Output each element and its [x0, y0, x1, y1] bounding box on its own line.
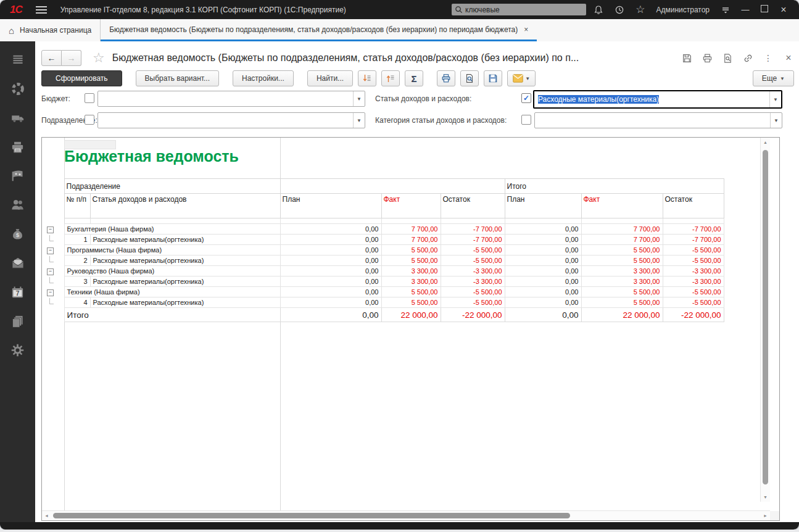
value-cell[interactable]: -5 500,00	[441, 256, 505, 266]
value-cell[interactable]: -5 500,00	[663, 256, 724, 266]
value-cell[interactable]: 7 700,00	[581, 235, 663, 245]
category-filter-combo[interactable]: ▼	[534, 112, 782, 128]
find-button[interactable]: Найти...	[307, 70, 353, 86]
section-lifebuoy-icon[interactable]	[6, 77, 30, 101]
value-cell[interactable]: 0,00	[505, 297, 581, 308]
close-window-button[interactable]: ×	[779, 4, 788, 15]
value-cell[interactable]: -7 700,00	[663, 235, 724, 245]
maximize-button[interactable]	[760, 5, 769, 14]
tree-cell[interactable]: −	[44, 245, 64, 256]
forward-button[interactable]: →	[62, 50, 81, 66]
group-name-cell[interactable]: Программисты (Наша фирма)	[64, 245, 280, 256]
value-cell[interactable]: -5 500,00	[663, 287, 724, 297]
value-cell[interactable]: -7 700,00	[441, 235, 505, 245]
history-icon[interactable]	[614, 4, 624, 15]
value-cell[interactable]: 0,00	[505, 276, 581, 287]
value-cell[interactable]: 7 700,00	[381, 235, 441, 245]
value-cell[interactable]: -7 700,00	[441, 224, 505, 235]
department-filter-combo[interactable]: ▼	[97, 112, 365, 128]
minimize-button[interactable]: —	[741, 5, 750, 14]
value-cell[interactable]: -5 500,00	[441, 287, 505, 297]
print-color-button[interactable]	[437, 70, 455, 86]
notifications-bell-icon[interactable]	[593, 4, 603, 15]
preview-color-button[interactable]	[460, 70, 479, 86]
item-filter-combo[interactable]: Расходные материалы(оргтехника) ▼	[533, 90, 782, 109]
section-mail-open-icon[interactable]	[6, 251, 30, 275]
detail-row[interactable]: 3Расходные материалы(оргтехника)0,003 30…	[44, 276, 724, 287]
vertical-scrollbar[interactable]: ▲ ▼	[760, 138, 770, 502]
value-cell[interactable]: 7 700,00	[581, 224, 663, 235]
settings-button[interactable]: Настройки...	[233, 70, 294, 86]
value-cell[interactable]: -5 500,00	[441, 297, 505, 308]
value-cell[interactable]: 5 500,00	[581, 297, 663, 308]
vertical-scroll-thumb[interactable]	[763, 150, 768, 484]
section-printer-icon[interactable]	[6, 135, 30, 159]
send-email-button[interactable]: ▼	[507, 70, 536, 86]
section-calendar-7-icon[interactable]: 7	[6, 280, 30, 304]
collapse-group-icon[interactable]: −	[47, 268, 54, 275]
section-settings-gear-icon[interactable]	[6, 338, 30, 362]
value-cell[interactable]: 5 500,00	[581, 256, 663, 266]
item-name-cell[interactable]: Расходные материалы(оргтехника)	[90, 256, 280, 266]
more-kebab-icon[interactable]: ⋮	[763, 52, 774, 64]
scroll-up-arrow[interactable]: ▲	[761, 140, 770, 144]
section-documents-icon[interactable]	[6, 309, 30, 333]
value-cell[interactable]: 5 500,00	[381, 256, 441, 266]
expand-groups-button[interactable]	[358, 70, 376, 86]
service-menu-icon[interactable]	[720, 4, 731, 15]
add-favorite-star-icon[interactable]: ☆	[93, 50, 105, 66]
scroll-left-arrow[interactable]: ◄	[44, 511, 49, 520]
category-filter-checkbox[interactable]: ✓	[521, 115, 531, 125]
budget-filter-combo[interactable]: ▼	[97, 91, 365, 107]
collapse-group-icon[interactable]: −	[47, 289, 54, 296]
collapse-groups-button[interactable]	[381, 70, 400, 86]
item-name-cell[interactable]: Расходные материалы(оргтехника)	[90, 297, 280, 308]
value-cell[interactable]: 7 700,00	[381, 224, 441, 235]
group-row[interactable]: −Руководство (Наша фирма)0,003 300,00-3 …	[44, 266, 724, 276]
group-row[interactable]: −Техники (Наша фирма)0,005 500,00-5 500,…	[44, 287, 724, 297]
category-dropdown-arrow[interactable]: ▼	[770, 113, 782, 128]
value-cell[interactable]: 0,00	[505, 308, 581, 322]
value-cell[interactable]: 0,00	[280, 287, 381, 297]
value-cell[interactable]: 0,00	[280, 266, 381, 276]
total-row[interactable]: Итого0,0022 000,00-22 000,000,0022 000,0…	[44, 308, 724, 322]
value-cell[interactable]: -5 500,00	[663, 245, 724, 256]
value-cell[interactable]: 0,00	[280, 297, 381, 308]
group-name-cell[interactable]: Бухгалтерия (Наша фирма)	[64, 224, 280, 235]
tab-home-page[interactable]: ⌂ Начальная страница	[0, 19, 101, 41]
tree-cell[interactable]: −	[44, 266, 64, 276]
value-cell[interactable]: -3 300,00	[441, 266, 505, 276]
department-dropdown-arrow[interactable]: ▼	[353, 113, 365, 128]
generate-button[interactable]: Сформировать	[41, 70, 122, 86]
value-cell[interactable]: 22 000,00	[381, 308, 441, 322]
value-cell[interactable]: 3 300,00	[581, 276, 663, 287]
horizontal-scroll-thumb[interactable]	[53, 513, 570, 518]
value-cell[interactable]: 5 500,00	[381, 287, 441, 297]
save-report-icon[interactable]	[681, 52, 692, 64]
budget-filter-checkbox[interactable]: ✓	[85, 93, 94, 103]
close-form-icon[interactable]: ×	[783, 52, 794, 64]
report-content[interactable]: Бюджетная ведомость Подразделение Итого	[42, 138, 770, 511]
value-cell[interactable]: 22 000,00	[581, 308, 663, 322]
tab-close-icon[interactable]: ×	[524, 25, 528, 34]
value-cell[interactable]: 0,00	[505, 266, 581, 276]
value-cell[interactable]: 0,00	[280, 235, 381, 245]
value-cell[interactable]: 3 300,00	[381, 266, 441, 276]
value-cell[interactable]: 0,00	[280, 308, 381, 322]
value-cell[interactable]: 0,00	[280, 245, 381, 256]
value-cell[interactable]: 0,00	[505, 224, 581, 235]
value-cell[interactable]: -3 300,00	[441, 276, 505, 287]
favorites-star-icon[interactable]: ☆	[635, 4, 645, 15]
get-link-icon[interactable]	[742, 52, 753, 64]
value-cell[interactable]: 0,00	[505, 256, 581, 266]
item-dropdown-arrow[interactable]: ▼	[769, 91, 781, 107]
group-row[interactable]: −Бухгалтерия (Наша фирма)0,007 700,00-7 …	[44, 224, 724, 235]
department-filter-checkbox[interactable]: ✓	[85, 115, 94, 125]
horizontal-scrollbar[interactable]: ◄ ►	[42, 510, 770, 520]
tree-cell[interactable]: −	[44, 287, 64, 297]
back-button[interactable]: ←	[41, 50, 62, 66]
value-cell[interactable]: -5 500,00	[441, 245, 505, 256]
detail-row[interactable]: 2Расходные материалы(оргтехника)0,005 50…	[44, 256, 724, 266]
collapse-group-icon[interactable]: −	[47, 247, 54, 254]
value-cell[interactable]: 0,00	[505, 235, 581, 245]
